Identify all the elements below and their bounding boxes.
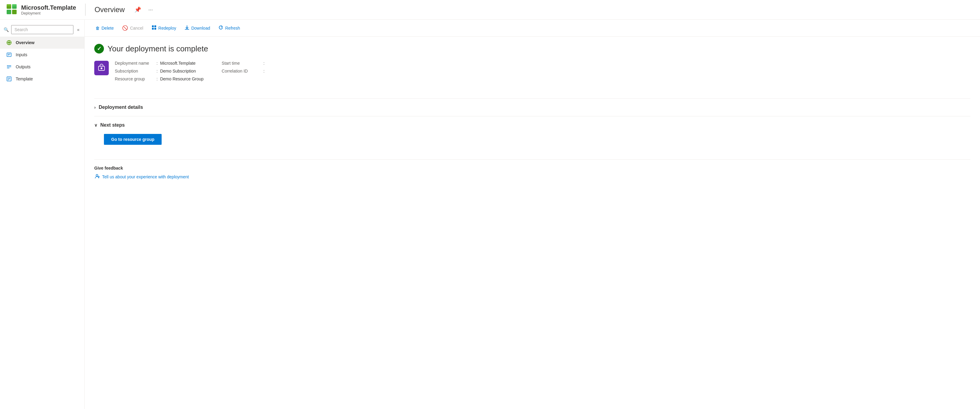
feedback-person-icon (94, 174, 100, 180)
feedback-link-text: Tell us about your experience with deplo… (102, 174, 189, 179)
sidebar-item-overview-label: Overview (16, 40, 35, 45)
svg-point-30 (96, 174, 98, 176)
resource-group-row: Resource group : Demo Resource Group (115, 77, 204, 81)
collapse-sidebar-button[interactable]: « (76, 26, 81, 33)
deployment-info: Deployment name : Microsoft.Template Sub… (115, 61, 267, 81)
content-area: 🗑 Delete 🚫 Cancel (84, 20, 980, 409)
sidebar-item-template-label: Template (16, 77, 33, 81)
main-content: ✓ Your deployment is complete (84, 37, 980, 187)
subscription-row: Subscription : Demo Subscription (115, 69, 204, 73)
next-steps-content: Go to resource group (94, 129, 970, 147)
outputs-icon (6, 64, 12, 70)
cancel-button[interactable]: 🚫 Cancel (118, 23, 147, 33)
feedback-link[interactable]: Tell us about your experience with deplo… (94, 174, 970, 180)
correlation-id-label: Correlation ID (222, 69, 261, 73)
info-col-left: Deployment name : Microsoft.Template Sub… (115, 61, 204, 81)
svg-rect-12 (7, 53, 11, 56)
header-app-name: Microsoft.Template (21, 4, 76, 11)
sidebar-item-outputs-label: Outputs (16, 64, 30, 69)
deployment-details-title: Deployment details (99, 105, 143, 110)
search-icon: 🔍 (4, 27, 9, 32)
status-icon: ✓ (94, 44, 104, 54)
start-time-sep: : (263, 61, 265, 66)
refresh-button[interactable]: Refresh (215, 23, 243, 33)
next-steps-section: ∨ Next steps Go to resource group (94, 116, 970, 152)
collapse-icon: « (77, 27, 80, 32)
deployment-status-message: Your deployment is complete (108, 44, 208, 54)
svg-point-7 (8, 42, 10, 43)
azure-logo-icon (6, 4, 18, 16)
svg-rect-3 (12, 10, 17, 14)
inputs-icon (6, 52, 12, 58)
sidebar-item-inputs[interactable]: Inputs (0, 49, 84, 61)
refresh-icon (218, 25, 223, 31)
info-col-right: Start time : Correlation ID : (222, 61, 267, 81)
resource-group-value: Demo Resource Group (160, 77, 204, 81)
header-divider (85, 4, 86, 16)
start-time-row: Start time : (222, 61, 267, 66)
delete-button[interactable]: 🗑 Delete (92, 24, 117, 32)
svg-point-29 (100, 67, 102, 69)
header-app-subtitle: Deployment (21, 11, 76, 15)
deployment-details-chevron: › (94, 105, 96, 110)
toolbar: 🗑 Delete 🚫 Cancel (84, 20, 980, 37)
header-logo: Microsoft.Template Deployment (6, 4, 76, 16)
svg-rect-23 (154, 26, 156, 27)
resource-icon (94, 61, 109, 75)
resource-group-sep: : (156, 77, 158, 81)
svg-rect-2 (6, 10, 11, 14)
goto-resource-group-label: Go to resource group (111, 137, 154, 142)
feedback-title: Give feedback (94, 166, 970, 171)
redeploy-icon (152, 25, 156, 31)
sidebar-item-overview[interactable]: Overview (0, 37, 84, 49)
svg-rect-24 (152, 28, 154, 30)
redeploy-button[interactable]: Redeploy (148, 23, 180, 33)
next-steps-title: Next steps (100, 122, 125, 128)
resource-group-label: Resource group (115, 77, 154, 81)
subscription-value: Demo Subscription (160, 69, 196, 73)
page-title: Overview (95, 5, 125, 14)
deployment-name-value: Microsoft.Template (160, 61, 196, 66)
feedback-section: Give feedback Tell us about your experie… (94, 159, 970, 180)
deployment-name-label: Deployment name (115, 61, 154, 66)
svg-rect-4 (6, 4, 11, 6)
refresh-label: Refresh (225, 26, 240, 30)
deployment-name-row: Deployment name : Microsoft.Template (115, 61, 204, 66)
svg-rect-22 (152, 26, 154, 27)
subscription-sep: : (156, 69, 158, 73)
goto-resource-group-button[interactable]: Go to resource group (104, 134, 162, 145)
search-input[interactable] (11, 25, 73, 34)
cancel-label: Cancel (130, 26, 143, 30)
subscription-label: Subscription (115, 69, 154, 73)
deployment-status: ✓ Your deployment is complete (94, 44, 970, 54)
download-label: Download (191, 26, 210, 30)
header-title-group: Microsoft.Template Deployment (21, 4, 76, 15)
ellipsis-icon: ··· (148, 6, 153, 13)
deployment-info-container: Deployment name : Microsoft.Template Sub… (94, 61, 970, 91)
next-steps-header[interactable]: ∨ Next steps (94, 121, 970, 129)
header-actions: 📌 ··· (133, 5, 154, 14)
pin-button[interactable]: 📌 (133, 5, 142, 14)
search-container: 🔍 « (0, 23, 84, 37)
delete-icon: 🗑 (95, 26, 100, 30)
deployment-name-sep: : (156, 61, 158, 66)
download-button[interactable]: Download (181, 23, 213, 33)
svg-rect-25 (154, 28, 156, 30)
more-options-button[interactable]: ··· (147, 5, 154, 14)
sidebar-item-outputs[interactable]: Outputs (0, 61, 84, 73)
main-container: 🔍 « Overview (0, 20, 980, 409)
app-container: Microsoft.Template Deployment Overview 📌… (0, 0, 980, 409)
next-steps-chevron: ∨ (94, 123, 97, 128)
template-icon (6, 76, 12, 82)
pin-icon: 📌 (134, 6, 141, 13)
header: Microsoft.Template Deployment Overview 📌… (0, 0, 980, 20)
download-icon (185, 25, 189, 31)
correlation-id-row: Correlation ID : (222, 69, 267, 73)
redeploy-label: Redeploy (158, 26, 176, 30)
sidebar-item-inputs-label: Inputs (16, 52, 27, 57)
delete-label: Delete (102, 26, 114, 30)
sidebar-item-template[interactable]: Template (0, 73, 84, 85)
deployment-details-header[interactable]: › Deployment details (94, 103, 970, 111)
cancel-icon: 🚫 (122, 25, 128, 31)
svg-rect-5 (12, 4, 17, 6)
